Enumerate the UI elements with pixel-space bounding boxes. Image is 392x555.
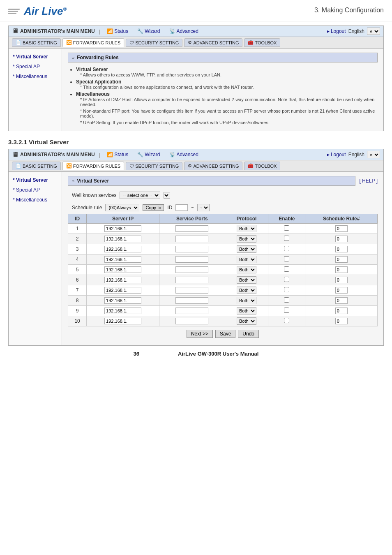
schedule-rule-input[interactable] xyxy=(335,266,348,273)
service-ports-input[interactable] xyxy=(175,236,208,242)
protocol-select[interactable]: BothTCPUDP xyxy=(237,297,256,304)
protocol-select[interactable]: BothTCPUDP xyxy=(237,245,256,253)
sidebar-item-miscellaneous-2[interactable]: * Miscellaneous xyxy=(11,196,59,204)
schedule-rule-input[interactable] xyxy=(335,236,348,242)
nav-right: ▸ Logout English v xyxy=(327,28,380,35)
server-ip-input[interactable] xyxy=(104,246,141,252)
logout-button-2[interactable]: ▸ Logout xyxy=(327,152,346,157)
enable-checkbox[interactable] xyxy=(284,256,289,261)
protocol-select[interactable]: BothTCPUDP xyxy=(237,317,256,325)
help-link[interactable]: [ HELP ] xyxy=(360,178,378,184)
service-ports-input[interactable] xyxy=(175,308,208,314)
server-ip-input[interactable] xyxy=(104,277,141,283)
service-ports-input[interactable] xyxy=(175,266,208,273)
schedule-rule-input[interactable] xyxy=(335,277,348,283)
enable-checkbox[interactable] xyxy=(284,277,289,282)
service-ports-input[interactable] xyxy=(175,297,208,304)
schedule-rule-input[interactable] xyxy=(335,297,348,304)
copy-to-button[interactable]: Copy to xyxy=(143,204,164,211)
enable-checkbox[interactable] xyxy=(284,246,289,251)
schedule-rule-select[interactable]: (00)Always xyxy=(105,204,139,211)
protocol-select[interactable]: BothTCPUDP xyxy=(237,235,256,243)
sidebar-item-virtual-server[interactable]: * Virtual Server xyxy=(11,53,59,61)
server-ip-input[interactable] xyxy=(104,287,141,294)
enable-checkbox[interactable] xyxy=(284,266,289,272)
nav-status[interactable]: 📶 Status xyxy=(104,28,131,35)
nav-wizard-2[interactable]: 🔧 Wizard xyxy=(135,151,162,158)
virtual-server-content: ○ Virtual Server [ HELP ] Well known ser… xyxy=(62,172,383,345)
server-ip-input[interactable] xyxy=(104,236,141,242)
footer-page-number: 36 xyxy=(134,351,139,357)
sidebar-item-virtual-server-2[interactable]: * Virtual Server xyxy=(11,176,59,184)
cell-server-ip xyxy=(87,254,159,265)
service-ports-input[interactable] xyxy=(175,277,208,283)
table-row: 3BothTCPUDP xyxy=(68,244,378,254)
enable-checkbox[interactable] xyxy=(284,225,289,231)
language-select-2[interactable]: v xyxy=(367,151,380,158)
cell-protocol: BothTCPUDP xyxy=(225,234,268,244)
server-ip-input[interactable] xyxy=(104,308,141,314)
schedule-rule-input[interactable] xyxy=(335,256,348,263)
schedule-rule-input[interactable] xyxy=(335,246,348,252)
schedule-rule-input[interactable] xyxy=(335,225,348,232)
tab-advanced-setting-2[interactable]: ⚙ ADVANCED SETTING xyxy=(184,162,242,170)
tab-security-setting[interactable]: 🛡 SECURITY SETTING xyxy=(126,39,182,47)
protocol-select[interactable]: BothTCPUDP xyxy=(237,266,256,273)
tab-basic-setting[interactable]: 📄 BASIC SETTING xyxy=(12,38,61,47)
nav-wizard[interactable]: 🔧 Wizard xyxy=(135,28,162,35)
enable-checkbox[interactable] xyxy=(284,318,289,323)
cell-service-ports xyxy=(159,296,225,306)
schedule-rule-input[interactable] xyxy=(335,308,348,314)
cell-enable xyxy=(268,224,305,234)
tab-basic-setting-2[interactable]: 📄 BASIC SETTING xyxy=(12,162,61,170)
nav-brand-label: ADMINISTRATOR's MAIN MENU xyxy=(20,28,95,34)
server-ip-input[interactable] xyxy=(104,225,141,232)
schedule-rule-input[interactable] xyxy=(335,318,348,324)
nav-status-2[interactable]: 📶 Status xyxy=(104,151,131,158)
tab-forwarding-rules-2[interactable]: 🔀 FORWARDING RULES xyxy=(62,162,125,170)
protocol-select[interactable]: BothTCPUDP xyxy=(237,256,256,263)
nav-advanced-2[interactable]: 📡 Advanced xyxy=(167,151,201,158)
tab-advanced-setting[interactable]: ⚙ ADVANCED SETTING xyxy=(184,38,242,47)
service-ports-input[interactable] xyxy=(175,287,208,294)
sidebar-item-miscellaneous[interactable]: * Miscellaneous xyxy=(11,72,59,81)
server-ip-input[interactable] xyxy=(104,266,141,273)
nav-advanced[interactable]: 📡 Advanced xyxy=(167,28,201,35)
well-known-select[interactable]: -- select one -- xyxy=(120,192,160,199)
copy-to-id-from[interactable] xyxy=(175,204,188,211)
table-row: 4BothTCPUDP xyxy=(68,254,378,265)
tab-forwarding-rules[interactable]: 🔀 FORWARDING RULES xyxy=(62,38,125,47)
schedule-rule-input[interactable] xyxy=(335,287,348,294)
service-ports-input[interactable] xyxy=(175,225,208,232)
undo-button[interactable]: Undo xyxy=(238,330,259,338)
tab-toolbox[interactable]: 🧰 TOOLBOX xyxy=(244,38,280,47)
enable-checkbox[interactable] xyxy=(284,297,289,303)
service-ports-input[interactable] xyxy=(175,256,208,263)
save-button[interactable]: Save xyxy=(215,330,235,338)
enable-checkbox[interactable] xyxy=(284,308,289,313)
tab-security-setting-2[interactable]: 🛡 SECURITY SETTING xyxy=(126,162,182,170)
sidebar-item-special-ap-2[interactable]: * Special AP xyxy=(11,186,59,194)
protocol-select[interactable]: BothTCPUDP xyxy=(237,287,256,294)
copy-to-id-to[interactable]: v xyxy=(197,204,210,211)
enable-checkbox[interactable] xyxy=(284,236,289,241)
sidebar-2: * Virtual Server * Special AP * Miscella… xyxy=(9,172,62,345)
server-ip-input[interactable] xyxy=(104,297,141,304)
tab-toolbox-2[interactable]: 🧰 TOOLBOX xyxy=(244,162,280,170)
cell-schedule-rule xyxy=(305,265,378,275)
well-known-arrow[interactable]: ✓ xyxy=(164,192,170,199)
service-ports-input[interactable] xyxy=(175,318,208,324)
protocol-select[interactable]: BothTCPUDP xyxy=(237,276,256,284)
protocol-select[interactable]: BothTCPUDP xyxy=(237,225,256,232)
logout-button[interactable]: ▸ Logout xyxy=(327,28,346,34)
basic-setting-icon-2: 📄 xyxy=(16,163,21,169)
protocol-select[interactable]: BothTCPUDP xyxy=(237,307,256,314)
service-ports-input[interactable] xyxy=(175,246,208,252)
language-select[interactable]: v xyxy=(367,28,380,35)
server-ip-input[interactable] xyxy=(104,318,141,324)
enable-checkbox[interactable] xyxy=(284,287,289,292)
sidebar-item-special-ap[interactable]: * Special AP xyxy=(11,62,59,71)
cell-enable xyxy=(268,265,305,275)
next-button[interactable]: Next >> xyxy=(187,330,213,338)
server-ip-input[interactable] xyxy=(104,256,141,263)
